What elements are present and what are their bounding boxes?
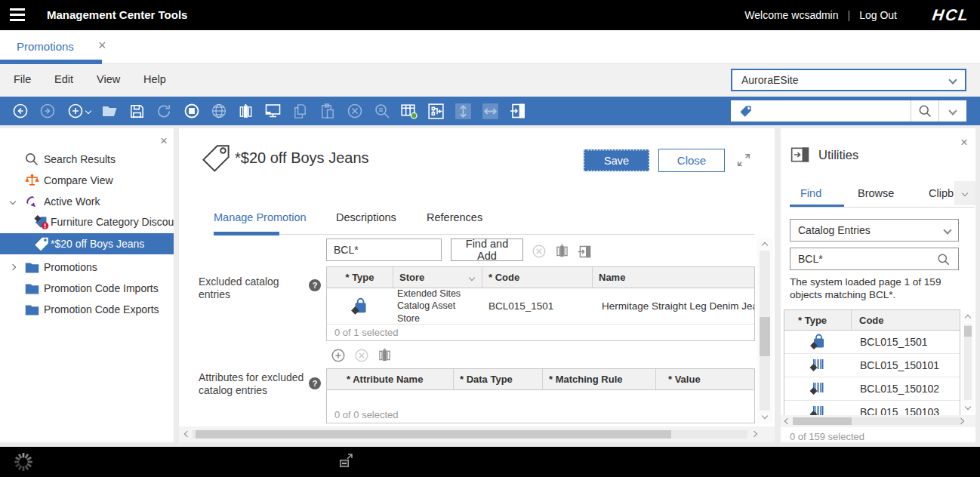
open-in-utilities-icon[interactable]: [577, 244, 593, 260]
structure-view-icon[interactable]: [427, 100, 445, 122]
col-matching-rule[interactable]: * Matching Rule: [543, 369, 656, 389]
expand-vertical-icon: [454, 100, 473, 122]
sidebar-item-promotions-folder[interactable]: Promotions: [0, 257, 174, 278]
menu-help[interactable]: Help: [143, 73, 166, 85]
menu-edit[interactable]: Edit: [54, 73, 73, 85]
scroll-right-icon[interactable]: [956, 416, 966, 426]
scrollbar-thumb[interactable]: [760, 317, 770, 356]
find-and-add-button[interactable]: Find and Add: [451, 238, 523, 261]
sidebar-item-compare-view[interactable]: Compare View: [0, 170, 174, 191]
search-options-dropdown[interactable]: [938, 100, 966, 122]
sidebar-item-promotion-code-imports[interactable]: Promotion Code Imports: [0, 278, 174, 299]
vertical-scrollbar[interactable]: [962, 312, 974, 412]
hamburger-menu-icon[interactable]: [10, 8, 25, 21]
vertical-scrollbar[interactable]: [757, 238, 773, 423]
toolbar-search-input[interactable]: [731, 100, 911, 122]
col-store[interactable]: Store: [393, 267, 482, 288]
scroll-up-icon[interactable]: [963, 312, 973, 323]
scroll-up-icon[interactable]: [760, 240, 770, 251]
table-row[interactable]: BCL015_150103: [784, 401, 960, 415]
stop-icon[interactable]: [182, 100, 201, 122]
scrollbar-thumb[interactable]: [793, 417, 852, 425]
find-icon[interactable]: [372, 100, 391, 122]
logout-link[interactable]: Log Out: [859, 9, 897, 21]
horizontal-scrollbar[interactable]: [179, 426, 775, 442]
separator: |: [848, 9, 851, 21]
save-button[interactable]: Save: [584, 149, 649, 171]
tabs-overflow-dropdown[interactable]: [954, 181, 975, 205]
tab-manage-promotion[interactable]: Manage Promotion: [214, 211, 307, 223]
col-type[interactable]: * Type: [327, 267, 393, 288]
search-button[interactable]: [911, 100, 938, 122]
utilities-panel: × Utilities Find Browse Clipb Catalog En…: [781, 128, 975, 442]
restore-window-icon[interactable]: [337, 453, 355, 474]
menu-file[interactable]: File: [14, 73, 31, 85]
catalog-entry-search-input[interactable]: [326, 238, 442, 261]
tab-find[interactable]: Find: [800, 187, 821, 199]
col-type[interactable]: * Type: [784, 310, 852, 330]
exit-icon[interactable]: [508, 100, 527, 122]
col-code[interactable]: * Code: [482, 267, 593, 288]
utilities-search-input[interactable]: [798, 253, 926, 265]
scroll-right-icon[interactable]: [749, 429, 760, 439]
status-bar: [0, 447, 980, 477]
maximize-icon[interactable]: [735, 151, 752, 172]
sidebar-item-active-work[interactable]: Active Work: [0, 191, 174, 212]
utilities-title: Utilities: [818, 148, 858, 162]
column-config-icon[interactable]: [554, 243, 570, 259]
col-attribute-name[interactable]: * Attribute Name: [327, 369, 454, 389]
close-button[interactable]: Close: [658, 149, 725, 172]
table-row[interactable]: Extended Sites Catalog Asset Store BCL01…: [327, 288, 754, 325]
table-row[interactable]: BCL015_150101: [784, 354, 960, 377]
column-config-icon[interactable]: [377, 347, 393, 363]
new-icon[interactable]: [65, 100, 92, 122]
preview-icon[interactable]: [263, 100, 282, 122]
selection-status: 0 of 0 selected: [327, 407, 754, 423]
scroll-left-icon[interactable]: [782, 416, 793, 426]
table-view-icon[interactable]: [399, 100, 418, 122]
add-icon[interactable]: [330, 347, 347, 364]
tab-clipboard[interactable]: Clipb: [929, 187, 954, 199]
scroll-down-icon[interactable]: [963, 402, 973, 412]
product-icon: [327, 288, 393, 324]
table-row[interactable]: BCL015_150102: [784, 377, 960, 401]
save-icon[interactable]: [128, 100, 146, 122]
back-icon[interactable]: [11, 100, 29, 122]
tab-references[interactable]: References: [427, 211, 482, 223]
col-code[interactable]: Code: [852, 310, 960, 330]
utilities-close-icon[interactable]: ×: [960, 136, 968, 149]
scrollbar-thumb[interactable]: [964, 326, 972, 337]
tab-browse[interactable]: Browse: [858, 187, 894, 199]
menu-view[interactable]: View: [97, 73, 120, 85]
chevron-down-icon[interactable]: [469, 274, 475, 280]
sidebar-item-search-results[interactable]: Search Results: [0, 149, 174, 170]
scroll-left-icon[interactable]: [182, 429, 193, 439]
expand-horizontal-icon: [481, 100, 500, 122]
object-type-selector[interactable]: Catalog Entries: [790, 219, 959, 242]
window-tab-bar: Promotions ×: [0, 30, 980, 64]
explorer-close-icon[interactable]: ×: [160, 134, 168, 147]
sidebar-item-20-off-boys-jeans[interactable]: *$20 off Boys Jeans: [0, 233, 174, 254]
help-icon[interactable]: ?: [309, 377, 321, 389]
horizontal-scrollbar[interactable]: [781, 415, 975, 427]
active-tab-underline: [214, 232, 279, 235]
col-name[interactable]: Name: [593, 267, 754, 288]
sidebar-item-furniture-category-discount[interactable]: Furniture Category Discount: [0, 211, 174, 232]
table-row[interactable]: BCL015_1501: [784, 331, 960, 354]
column-layout-icon[interactable]: [236, 100, 255, 122]
scroll-down-icon[interactable]: [760, 411, 770, 421]
search-icon[interactable]: [936, 252, 951, 266]
col-value[interactable]: * Value: [656, 369, 754, 389]
tab-descriptions[interactable]: Descriptions: [336, 211, 396, 223]
chevron-down-icon: [948, 75, 957, 84]
tab-promotions[interactable]: Promotions: [17, 40, 74, 53]
help-icon[interactable]: ?: [309, 279, 321, 291]
tab-close-icon[interactable]: ×: [98, 38, 106, 54]
sidebar-item-promotion-code-exports[interactable]: Promotion Code Exports: [0, 299, 174, 320]
refresh-icon[interactable]: [155, 100, 174, 122]
store-selector[interactable]: AuroraESite: [731, 69, 966, 91]
open-icon[interactable]: [100, 100, 119, 122]
compare-scale-icon: [24, 173, 41, 189]
col-data-type[interactable]: * Data Type: [454, 369, 543, 389]
scrollbar-thumb[interactable]: [196, 430, 671, 439]
